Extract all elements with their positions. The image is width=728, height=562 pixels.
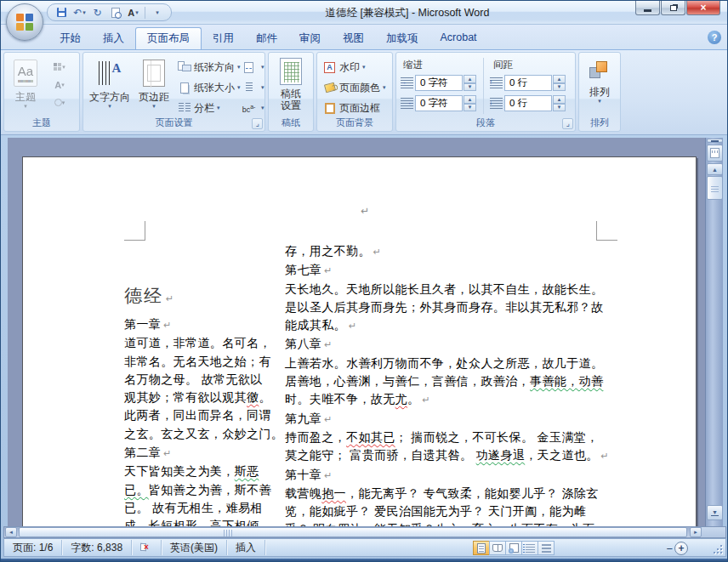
document-page[interactable]: ↵ 德经↵第一章↵道可道，非常道。名可名，非常名。无名天地之始；有名万物之母。 …	[22, 156, 697, 526]
paper-setup-button[interactable]: 稿纸 设置	[272, 55, 310, 111]
scroll-up-button[interactable]: ▲	[707, 163, 723, 175]
orientation-button[interactable]: 纸张方向▾	[177, 58, 241, 77]
spell-check-icon: ×	[140, 543, 152, 553]
breaks-icon	[244, 62, 253, 73]
indent-left-stepper[interactable]: ▲▼	[464, 75, 476, 91]
margins-button[interactable]: 页边距 ▾	[134, 55, 173, 110]
text-run: 观其妙；常有欲以观其	[124, 390, 247, 404]
repeat-button[interactable]: ↻	[88, 5, 106, 20]
office-button[interactable]	[6, 3, 43, 41]
undo-button[interactable]: ↶▾	[71, 5, 88, 20]
word-window: ↶▾ ↻ A▾ ▾ 道德经 [兼容模式] - Microsoft Word × …	[0, 0, 728, 562]
tab-mailings[interactable]: 邮件	[245, 27, 288, 49]
space-before-stepper[interactable]: ▲▼	[553, 75, 566, 91]
paragraph-mark: ↵	[324, 265, 332, 275]
themes-button[interactable]: Aa 主题 ▾	[8, 55, 43, 110]
window-bottom-frame	[1, 559, 728, 562]
proofing-marked-run: 功遂身退	[476, 448, 526, 462]
fullscreen-reading-view-button[interactable]	[489, 541, 506, 555]
line-numbers-icon	[246, 82, 253, 93]
zoom-in-button[interactable]: +	[674, 542, 688, 555]
theme-colors-button[interactable]: ▾	[48, 58, 71, 76]
reading-view-icon	[492, 544, 503, 552]
print-layout-view-button[interactable]	[473, 541, 490, 555]
arrange-button[interactable]: 排列 ▾	[583, 55, 617, 105]
space-before-field[interactable]: 0 行	[504, 75, 552, 91]
print-preview-button[interactable]	[106, 5, 124, 20]
paper-size-button[interactable]: 纸张大小▾	[177, 78, 241, 97]
close-button[interactable]: ×	[686, 1, 720, 15]
tab-view[interactable]: 视图	[332, 27, 375, 49]
minimize-icon	[644, 9, 651, 12]
insert-mode-indicator[interactable]: 插入	[227, 540, 265, 555]
doc-line: 第七章↵	[285, 261, 627, 280]
paragraph-mark: ↵	[163, 320, 171, 330]
tab-review[interactable]: 审阅	[288, 27, 332, 49]
page-count-indicator[interactable]: 页面: 1/6	[4, 540, 62, 555]
chevron-down-icon: ▾	[583, 98, 617, 105]
restore-button[interactable]	[661, 1, 685, 15]
text-run: 。	[259, 390, 270, 404]
hyphenation-icon: bca-	[242, 103, 256, 114]
page-borders-button[interactable]: 页面边框	[322, 99, 380, 117]
text-direction-button[interactable]: A 文字方向 ▾	[87, 55, 133, 110]
tab-references[interactable]: 引用	[202, 27, 245, 49]
word-count-indicator[interactable]: 字数: 6,838	[62, 540, 132, 555]
next-page-button[interactable]: ▼	[707, 505, 723, 520]
office-logo-icon	[16, 14, 33, 31]
tab-insert[interactable]: 插入	[92, 27, 135, 49]
text-run: 皆知善之为善，斯不善	[149, 483, 271, 497]
save-button[interactable]	[53, 5, 71, 20]
paragraph-divider	[483, 58, 484, 114]
watermark-button[interactable]: A 水印▾	[322, 58, 366, 77]
spell-check-indicator[interactable]: ×	[132, 540, 162, 555]
paper-size-icon	[180, 82, 189, 94]
help-button[interactable]: ?	[708, 31, 721, 44]
line-numbers-button[interactable]: ▾	[242, 78, 264, 97]
breaks-button[interactable]: ▾	[242, 58, 264, 77]
status-bar: 页面: 1/6 字数: 6,838 × 英语(美国) 插入 − +	[3, 538, 726, 557]
scrollbar-corner	[702, 527, 725, 537]
text-run: 已。 故有无相生，难易相	[124, 501, 263, 514]
chevron-down-icon: ▾	[156, 9, 159, 16]
outline-view-button[interactable]	[521, 541, 538, 555]
tab-acrobat[interactable]: Acrobat	[429, 27, 488, 49]
space-after-field[interactable]: 0 行	[504, 95, 552, 111]
split-handle[interactable]	[707, 139, 723, 143]
text-run: 居善地，心善渊，与善仁，言善信，政善治，	[285, 374, 530, 388]
draft-view-button[interactable]	[537, 541, 555, 555]
quick-style-button[interactable]: A▾	[124, 5, 142, 20]
scroll-left-button[interactable]: ◄	[5, 527, 17, 537]
tab-add-ins[interactable]: 加载项	[375, 27, 429, 49]
ruler-toggle-button[interactable]	[707, 145, 723, 162]
resize-grip[interactable]	[711, 542, 722, 553]
indent-right-stepper[interactable]: ▲▼	[464, 95, 476, 111]
customize-qat-button[interactable]: ▾	[148, 5, 166, 20]
tab-page-layout[interactable]: 页面布局	[135, 27, 202, 49]
doc-line: 是以圣人后其身而身先；外其身而身存。非以其无私邪？故	[285, 298, 627, 316]
hyphenation-button[interactable]: bca-▾	[242, 99, 264, 117]
page-color-button[interactable]: 页面颜色▾	[322, 78, 386, 97]
horizontal-scroll-thumb[interactable]	[19, 527, 687, 537]
text-run: 。	[407, 392, 419, 406]
margin-crop-mark	[596, 221, 617, 241]
group-label: 主题	[4, 116, 79, 129]
watermark-icon: A	[324, 62, 335, 73]
zoom-out-button[interactable]: −	[666, 542, 673, 555]
vertical-scroll-thumb[interactable]	[707, 176, 723, 200]
chevron-down-icon: ▾	[8, 103, 43, 110]
indent-left-field[interactable]: 0 字符	[415, 75, 463, 91]
space-after-stepper[interactable]: ▲▼	[553, 95, 566, 111]
theme-effects-button[interactable]: ▾	[48, 94, 71, 111]
indent-right-field[interactable]: 0 字符	[415, 95, 463, 111]
ribbon: Aa 主题 ▾ ▾ A▾ ▾ 主题 A 文字方向 ▾ 页边距 ▾	[1, 49, 728, 135]
repeat-icon: ↻	[93, 7, 101, 19]
minimize-button[interactable]	[635, 1, 660, 15]
group-paper: 稿纸 设置 稿纸	[268, 52, 314, 132]
scroll-right-button[interactable]: ►	[690, 527, 702, 537]
theme-fonts-button[interactable]: A▾	[48, 76, 71, 94]
language-indicator[interactable]: 英语(美国)	[162, 540, 227, 555]
web-layout-view-button[interactable]	[505, 541, 522, 555]
tab-home[interactable]: 开始	[48, 27, 92, 49]
columns-button[interactable]: 分栏▾	[177, 99, 220, 117]
